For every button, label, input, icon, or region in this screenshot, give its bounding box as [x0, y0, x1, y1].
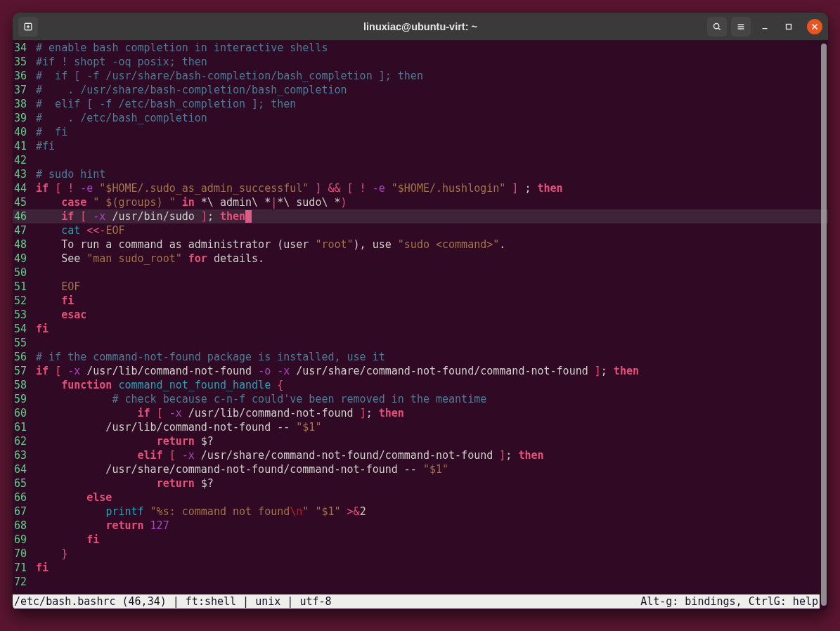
close-button[interactable] [807, 19, 822, 34]
line-code: case " $(groups) " in *\ admin\ *|*\ sud… [30, 195, 828, 209]
editor-line[interactable]: 65 return $? [13, 476, 828, 490]
hamburger-icon [736, 22, 746, 32]
editor-line[interactable]: 69 fi [13, 533, 828, 547]
editor-content[interactable]: 34 # enable bash completion in interacti… [13, 41, 828, 589]
editor-line[interactable]: 47 cat <<-EOF [13, 223, 828, 238]
line-code: # check because c-n-f could've been remo… [30, 392, 828, 406]
editor-line[interactable]: 50 [13, 266, 828, 280]
editor-line[interactable]: 38 # elif [ -f /etc/bash_completion ]; t… [13, 97, 828, 111]
line-number: 44 [13, 181, 30, 195]
line-number: 70 [13, 547, 30, 561]
line-code: return 127 [30, 519, 828, 533]
menu-button[interactable] [731, 17, 751, 37]
line-number: 41 [13, 139, 30, 153]
editor-line[interactable]: 66 else [13, 490, 828, 505]
line-number: 50 [13, 266, 30, 280]
line-code: # . /etc/bash_completion [30, 111, 828, 125]
editor-line[interactable]: 35 #if ! shopt -oq posix; then [13, 55, 828, 69]
editor-line[interactable]: 43 # sudo hint [13, 167, 828, 181]
editor-line[interactable]: 61 /usr/lib/command-not-found -- "$1" [13, 420, 828, 434]
line-number: 43 [13, 167, 30, 181]
svg-line-4 [718, 27, 721, 30]
line-number: 69 [13, 533, 30, 547]
line-code: esac [30, 308, 828, 322]
editor-line[interactable]: 53 esac [13, 308, 828, 322]
cursor [245, 210, 252, 223]
line-code: elif [ -x /usr/share/command-not-found/c… [30, 448, 828, 462]
line-code: return $? [30, 434, 828, 448]
editor-line[interactable]: 59 # check because c-n-f could've been r… [13, 392, 828, 406]
line-code: # enable bash completion in interactive … [30, 41, 828, 55]
line-code: fi [30, 561, 828, 575]
editor-line[interactable]: 40 # fi [13, 125, 828, 139]
editor-line[interactable]: 42 [13, 153, 828, 167]
line-number: 51 [13, 280, 30, 294]
maximize-icon [784, 22, 794, 32]
line-number: 40 [13, 125, 30, 139]
minimize-button[interactable] [755, 17, 775, 37]
editor-line[interactable]: 44 if [ ! -e "$HOME/.sudo_as_admin_succe… [13, 181, 828, 195]
line-number: 52 [13, 294, 30, 308]
editor-line[interactable]: 36 # if [ -f /usr/share/bash-completion/… [13, 69, 828, 83]
line-number: 34 [13, 41, 30, 55]
line-number: 39 [13, 111, 30, 125]
new-tab-button[interactable] [18, 17, 38, 37]
line-number: 67 [13, 505, 30, 519]
maximize-button[interactable] [779, 17, 799, 37]
titlebar: linuxiac@ubuntu-virt: ~ [13, 13, 828, 41]
editor-line[interactable]: 54 fi [13, 322, 828, 336]
editor-line[interactable]: 45 case " $(groups) " in *\ admin\ *|*\ … [13, 195, 828, 209]
line-number: 59 [13, 392, 30, 406]
editor-line[interactable]: 37 # . /usr/share/bash-completion/bash_c… [13, 83, 828, 97]
minimize-icon [760, 22, 770, 32]
editor-line[interactable]: 55 [13, 336, 828, 350]
line-code [30, 266, 828, 280]
line-number: 49 [13, 252, 30, 266]
search-icon [712, 22, 722, 32]
scrollbar[interactable] [821, 44, 827, 606]
editor-line[interactable]: 68 return 127 [13, 519, 828, 533]
svg-point-3 [713, 23, 718, 28]
line-code: To run a command as administrator (user … [30, 238, 828, 252]
line-code [30, 575, 828, 589]
editor-line[interactable]: 46 if [ -x /usr/bin/sudo ]; then [13, 209, 828, 223]
editor-line[interactable]: 34 # enable bash completion in interacti… [13, 41, 828, 55]
terminal-area[interactable]: 34 # enable bash completion in interacti… [13, 41, 828, 611]
terminal-window: linuxiac@ubuntu-virt: ~ [13, 13, 828, 611]
editor-line[interactable]: 39 # . /etc/bash_completion [13, 111, 828, 125]
editor-line[interactable]: 41 #fi [13, 139, 828, 153]
line-number: 60 [13, 406, 30, 420]
line-code: function command_not_found_handle { [30, 378, 828, 392]
line-code: fi [30, 294, 828, 308]
editor-line[interactable]: 71 fi [13, 561, 828, 575]
line-number: 66 [13, 490, 30, 505]
line-code: if [ -x /usr/lib/command-not-found ]; th… [30, 406, 828, 420]
line-code: if [ -x /usr/lib/command-not-found -o -x… [30, 364, 828, 378]
editor-line[interactable]: 63 elif [ -x /usr/share/command-not-foun… [13, 448, 828, 462]
line-number: 46 [13, 209, 30, 223]
search-button[interactable] [707, 17, 727, 37]
line-number: 62 [13, 434, 30, 448]
editor-line[interactable]: 52 fi [13, 294, 828, 308]
editor-line[interactable]: 56 # if the command-not-found package is… [13, 350, 828, 364]
line-code: #fi [30, 139, 828, 153]
editor-line[interactable]: 58 function command_not_found_handle { [13, 378, 828, 392]
editor-line[interactable]: 64 /usr/share/command-not-found/command-… [13, 462, 828, 476]
statusbar-left: /etc/bash.bashrc (46,34) | ft:shell | un… [14, 594, 332, 609]
statusbar: /etc/bash.bashrc (46,34) | ft:shell | un… [13, 594, 820, 609]
editor-line[interactable]: 62 return $? [13, 434, 828, 448]
line-code: See "man sudo_root" for details. [30, 252, 828, 266]
editor-line[interactable]: 49 See "man sudo_root" for details. [13, 252, 828, 266]
editor-line[interactable]: 70 } [13, 547, 828, 561]
line-code: # . /usr/share/bash-completion/bash_comp… [30, 83, 828, 97]
line-number: 47 [13, 223, 30, 238]
line-code: if [ ! -e "$HOME/.sudo_as_admin_successf… [30, 181, 828, 195]
line-code: #if ! shopt -oq posix; then [30, 55, 828, 69]
editor-line[interactable]: 67 printf "%s: command not found\n" "$1"… [13, 505, 828, 519]
line-number: 42 [13, 153, 30, 167]
editor-line[interactable]: 48 To run a command as administrator (us… [13, 238, 828, 252]
editor-line[interactable]: 60 if [ -x /usr/lib/command-not-found ];… [13, 406, 828, 420]
editor-line[interactable]: 57 if [ -x /usr/lib/command-not-found -o… [13, 364, 828, 378]
editor-line[interactable]: 72 [13, 575, 828, 589]
editor-line[interactable]: 51 EOF [13, 280, 828, 294]
